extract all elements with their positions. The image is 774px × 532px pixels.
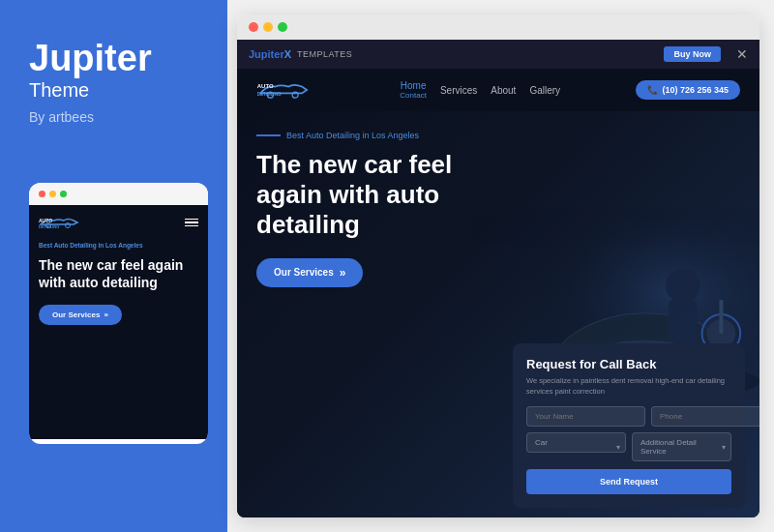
buy-now-button[interactable]: Buy Now	[664, 46, 721, 62]
svg-rect-11	[669, 300, 698, 348]
browser-chrome	[237, 15, 759, 40]
site-logo-area: AUTO DETAILING	[256, 78, 324, 102]
svg-text:AUTO: AUTO	[39, 218, 52, 223]
by-line: By artbees	[29, 109, 203, 125]
hero-headline: The new car feel again with auto detaili…	[256, 150, 508, 241]
service-select-wrap: Additional Detail Service	[632, 432, 731, 461]
nav-link-about[interactable]: About	[491, 85, 516, 96]
car-select[interactable]: Car	[526, 432, 626, 453]
hero-tagline: Best Auto Detailing in Los Angeles	[256, 131, 740, 140]
mobile-logo-svg: AUTO DETAILING	[39, 215, 87, 230]
submit-button[interactable]: Send Request	[526, 469, 731, 494]
theme-title: Jupiter	[29, 39, 203, 79]
mobile-dot-yellow	[49, 191, 56, 197]
nav-links: Home Contact Services About Gallery	[400, 80, 560, 100]
browser-body: JupiterX TEMPLATES Buy Now ✕ AUTO	[237, 40, 759, 517]
mobile-dot-red	[39, 191, 45, 197]
hero-section: Best Auto Detailing in Los Angeles The n…	[237, 111, 759, 517]
jupiterx-templates-label: TEMPLATES	[297, 49, 352, 59]
browser-window: JupiterX TEMPLATES Buy Now ✕ AUTO	[237, 15, 759, 517]
mobile-headline: The new car feel again with auto detaili…	[39, 256, 198, 291]
mobile-dot-green	[60, 191, 67, 197]
svg-text:DETAILING: DETAILING	[39, 224, 59, 229]
browser-dot-red	[249, 22, 258, 32]
nav-link-gallery[interactable]: Gallery	[529, 85, 560, 96]
hero-content: Best Auto Detailing in Los Angeles The n…	[256, 131, 740, 287]
mobile-content: AUTO DETAILING Best Auto Detailing in Lo…	[29, 205, 208, 439]
nav-link-contact[interactable]: Contact	[400, 91, 427, 100]
mobile-logo: AUTO DETAILING	[39, 215, 87, 230]
service-select[interactable]: Additional Detail Service	[632, 432, 731, 461]
mobile-tagline: Best Auto Detailing in Los Angeles	[39, 242, 198, 249]
nav-link-home[interactable]: Home	[401, 80, 427, 91]
site-logo-svg: AUTO DETAILING	[256, 78, 324, 102]
mobile-mockup: AUTO DETAILING Best Auto Detailing in Lo…	[29, 183, 208, 444]
theme-subtitle: Theme	[29, 79, 203, 102]
car-select-wrap: Car	[526, 432, 626, 461]
svg-text:AUTO: AUTO	[257, 83, 274, 89]
tagline-line	[256, 134, 281, 136]
nav-home[interactable]: Home Contact	[400, 80, 427, 100]
form-row-name-phone	[526, 406, 731, 427]
hero-tagline-text: Best Auto Detailing in Los Angeles	[286, 131, 419, 140]
hero-cta-button[interactable]: Our Services »	[256, 258, 363, 287]
mobile-hamburger-icon[interactable]	[185, 219, 198, 227]
phone-icon: 📞	[647, 85, 658, 95]
phone-input[interactable]	[651, 406, 759, 427]
mobile-cta-button[interactable]: Our Services »	[39, 305, 122, 325]
browser-dot-green	[278, 22, 287, 32]
form-title: Request for Call Back	[526, 357, 731, 371]
jupiterx-bar: JupiterX TEMPLATES Buy Now ✕	[237, 40, 759, 69]
jupiterx-logo: JupiterX	[249, 48, 291, 60]
svg-text:DETAILING: DETAILING	[257, 92, 282, 97]
mobile-nav: AUTO DETAILING	[39, 215, 198, 230]
nav-link-services[interactable]: Services	[440, 85, 477, 96]
form-row-car-service: Car Additional Detail Service	[526, 432, 731, 461]
close-icon[interactable]: ✕	[736, 46, 748, 62]
browser-dot-yellow	[263, 22, 273, 32]
request-form-card: Request for Call Back We specialize in p…	[513, 343, 745, 508]
site-nav: AUTO DETAILING Home Contact Services Abo…	[237, 69, 759, 111]
left-panel: Jupiter Theme By artbees AUTO DETAILING	[0, 0, 227, 532]
right-panel: JupiterX TEMPLATES Buy Now ✕ AUTO	[227, 0, 774, 532]
mobile-top-bar	[29, 183, 208, 205]
phone-button[interactable]: 📞 (10) 726 256 345	[636, 80, 740, 100]
form-description: We specialize in paintless dent removal …	[526, 376, 731, 397]
svg-rect-14	[719, 300, 723, 334]
name-input[interactable]	[526, 406, 645, 427]
